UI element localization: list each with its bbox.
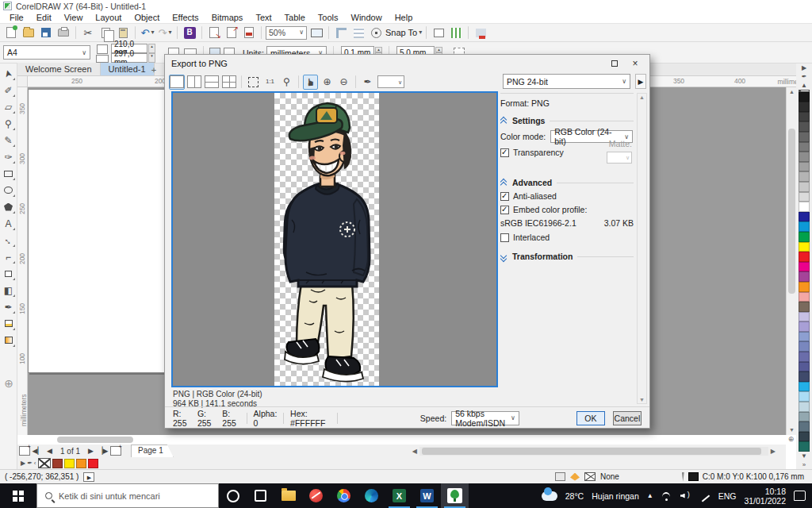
palette-swatch[interactable] [799, 362, 810, 372]
separator[interactable] [177, 26, 178, 39]
smart-fill-tool[interactable] [1, 315, 17, 332]
palette-swatch[interactable] [799, 242, 810, 252]
menu-item[interactable]: Tools [312, 12, 345, 23]
next-format-icon[interactable]: ▶ [635, 74, 646, 89]
palette-scroll-down-icon[interactable]: ▼ [801, 452, 807, 460]
taskbar-task-view-icon[interactable] [247, 483, 274, 508]
palette-swatch[interactable] [799, 282, 810, 292]
palette-swatch[interactable] [799, 112, 810, 122]
launch-presentation-icon[interactable] [473, 25, 488, 40]
palette-swatch[interactable] [799, 162, 810, 172]
crop-tool[interactable]: ▱ [1, 98, 17, 115]
wifi-icon[interactable] [661, 491, 672, 501]
document-properties-icon[interactable] [555, 472, 565, 481]
tab-untitled-1[interactable]: Untitled-1 [101, 63, 155, 75]
palette-swatch[interactable] [799, 152, 810, 162]
zoom-actual-size-button[interactable]: ⚲ [279, 75, 294, 90]
matte-color-combo[interactable] [377, 75, 405, 90]
color-eyedropper-tool[interactable]: ✒ [1, 298, 17, 315]
taskbar-search-input[interactable]: Ketik di sini untuk mencari [36, 483, 219, 508]
separator[interactable] [426, 26, 427, 39]
menu-item[interactable]: Effects [166, 12, 205, 23]
parallel-dimension-tool[interactable]: ↔ [1, 232, 17, 248]
transformation-section-header[interactable]: Transformation [500, 252, 634, 261]
text-tool[interactable]: A [1, 215, 17, 232]
menu-item[interactable]: Text [249, 12, 278, 23]
scroll-down-icon[interactable]: ▼ [638, 397, 646, 402]
advanced-section-header[interactable]: Advanced [500, 178, 634, 187]
vertical-scroll-thumb[interactable] [788, 129, 795, 294]
export-format-combo[interactable]: PNG 24-bit [503, 74, 630, 89]
separator[interactable] [135, 26, 136, 39]
speed-combo[interactable]: 56 kbps Modem/ISDN [451, 411, 519, 425]
palette-swatch[interactable] [799, 352, 810, 362]
start-button[interactable] [0, 483, 36, 508]
window-options-icon[interactable] [431, 25, 446, 40]
palette-eyedropper-icon[interactable]: ✒ [27, 460, 33, 467]
taskbar-cortana-icon[interactable] [219, 483, 247, 508]
new-tab-button[interactable]: + [147, 65, 160, 75]
scroll-right-icon[interactable]: ▶ [768, 448, 778, 455]
transparency-checkbox[interactable] [500, 148, 509, 157]
palette-swatch[interactable] [799, 382, 810, 392]
save-icon[interactable] [38, 25, 54, 40]
print-icon[interactable] [56, 25, 71, 40]
document-palette-swatch[interactable] [76, 459, 86, 468]
separator[interactable] [298, 75, 299, 88]
eyedropper-button[interactable]: ✒ [360, 75, 375, 90]
drop-shadow-tool[interactable] [1, 265, 17, 282]
pick-tool[interactable]: ➤ [1, 65, 17, 82]
settings-section-header[interactable]: Settings [500, 116, 634, 125]
palette-scroll-up-icon[interactable]: ▲ [801, 81, 807, 90]
canvas-hscroll-thumb[interactable] [57, 437, 133, 443]
preview-single-pane-button[interactable] [169, 75, 185, 90]
taskbar-media-app-icon[interactable] [302, 483, 330, 508]
open-icon[interactable] [21, 25, 36, 40]
taskbar-excel-icon[interactable] [385, 483, 413, 508]
first-page-icon[interactable]: ◀▏ [32, 447, 44, 455]
page-height-field[interactable]: 297,0 mm [111, 53, 147, 63]
palette-swatch[interactable] [799, 391, 810, 402]
separator[interactable] [201, 26, 202, 39]
palette-swatch[interactable] [799, 271, 810, 282]
palette-swatch[interactable] [799, 262, 810, 272]
menu-item[interactable]: Help [389, 12, 419, 23]
tab-welcome-screen[interactable]: Welcome Screen [17, 63, 101, 75]
palette-swatch[interactable] [799, 371, 810, 382]
page-size-combo[interactable]: A4 [3, 45, 90, 60]
palette-swatch[interactable] [799, 312, 810, 322]
vertical-ruler[interactable]: 350 300 250 200 150 100 millimeters [17, 87, 28, 435]
separator[interactable] [355, 75, 356, 88]
menu-item[interactable]: Table [278, 12, 312, 23]
preview-two-vertical-button[interactable] [186, 75, 202, 90]
zoom-in-button[interactable]: ⊕ [320, 75, 335, 90]
taskbar-word-icon[interactable] [413, 483, 441, 508]
last-page-icon[interactable]: ▕▶ [97, 447, 109, 455]
full-screen-preview-icon[interactable] [308, 25, 324, 40]
redo-button[interactable]: ↷ [157, 25, 173, 40]
interactive-fill-tool[interactable] [1, 332, 17, 348]
tray-expand-icon[interactable]: ▲ [647, 492, 653, 499]
document-palette-swatch[interactable] [52, 459, 63, 468]
ok-button[interactable]: OK [576, 411, 605, 425]
previous-page-icon[interactable]: ◀ [44, 447, 56, 455]
zoom-tool[interactable]: ⚲ [1, 115, 17, 132]
interlaced-checkbox[interactable] [500, 233, 509, 242]
options-icon[interactable] [448, 25, 464, 40]
palette-swatch[interactable] [799, 132, 810, 142]
taskbar-chrome-icon[interactable] [330, 483, 358, 508]
menu-item[interactable]: View [58, 12, 90, 23]
menu-item[interactable]: Window [345, 12, 389, 23]
palette-swatch[interactable] [799, 202, 810, 212]
freehand-tool[interactable]: ✎ [1, 132, 17, 148]
show-rulers-icon[interactable] [333, 25, 349, 40]
notification-center-icon[interactable] [794, 491, 806, 501]
separator[interactable] [241, 75, 242, 88]
preview-four-pane-button[interactable] [221, 75, 237, 90]
palette-swatch[interactable] [799, 332, 810, 342]
palette-flyout-icon[interactable]: ▶ [21, 460, 25, 467]
volume-icon[interactable] [680, 491, 691, 501]
no-color-swatch[interactable] [38, 458, 51, 468]
dialog-titlebar[interactable]: Export to PNG [165, 55, 649, 72]
pan-tool-button[interactable]: ☛ [303, 75, 318, 90]
